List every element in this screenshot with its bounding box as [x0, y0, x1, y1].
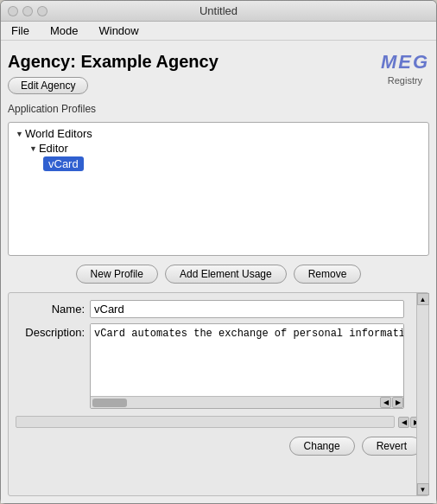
- main-content: Agency: Example Agency Edit Agency MEG R…: [1, 41, 436, 503]
- scroll-up-arrow[interactable]: ▲: [417, 293, 429, 305]
- panel-scrollbar[interactable]: ▲ ▼: [416, 293, 428, 495]
- description-wrapper: ◀ ▶: [90, 323, 404, 409]
- close-button[interactable]: [8, 6, 18, 16]
- menu-file[interactable]: File: [8, 24, 33, 37]
- profile-buttons-row: New Profile Add Element Usage Remove: [8, 261, 429, 287]
- menu-mode[interactable]: Mode: [47, 24, 82, 37]
- new-profile-button[interactable]: New Profile: [76, 265, 158, 284]
- change-button[interactable]: Change: [289, 437, 355, 456]
- desc-scroll-left[interactable]: ◀: [380, 397, 391, 408]
- name-input[interactable]: [90, 300, 404, 318]
- menu-window[interactable]: Window: [95, 24, 142, 37]
- main-window: Untitled File Mode Window Agency: Exampl…: [0, 0, 437, 504]
- tree-item-vcard[interactable]: vCard: [12, 156, 425, 172]
- traffic-lights: [8, 6, 48, 16]
- meg-logo: MEG: [381, 51, 429, 73]
- menu-bar: File Mode Window: [1, 22, 436, 41]
- description-field-row: Description: ◀ ▶: [16, 323, 421, 409]
- maximize-button[interactable]: [37, 6, 48, 16]
- scroll-down-arrow[interactable]: ▼: [417, 483, 429, 495]
- agency-left: Agency: Example Agency Edit Agency: [8, 51, 218, 94]
- tree-label-world-editors: World Editors: [25, 127, 92, 140]
- expand-icon-editor[interactable]: ▼: [29, 144, 37, 153]
- description-container: ◀ ▶: [90, 323, 404, 409]
- remove-button[interactable]: Remove: [294, 265, 362, 284]
- detail-panel: ▲ ▼ Name: Description:: [8, 292, 429, 496]
- scroll-track: [417, 305, 428, 483]
- expand-icon[interactable]: ▼: [16, 130, 23, 138]
- agency-header: Agency: Example Agency Edit Agency MEG R…: [8, 48, 429, 98]
- meg-registry-panel: MEG Registry: [381, 51, 429, 86]
- minimize-button[interactable]: [22, 6, 33, 16]
- bottom-scroll-left[interactable]: ◀: [398, 417, 409, 428]
- desc-scroll-track: [91, 397, 380, 408]
- profiles-tree: ▼ World Editors ▼ Editor vCard: [8, 122, 429, 256]
- tree-item-editor[interactable]: ▼ Editor: [12, 141, 425, 156]
- bottom-scroll-row: ◀ ▶: [16, 416, 421, 428]
- window-title: Untitled: [200, 4, 238, 17]
- revert-button[interactable]: Revert: [362, 437, 421, 456]
- desc-scroll-right[interactable]: ▶: [392, 397, 403, 408]
- add-element-usage-button[interactable]: Add Element Usage: [165, 265, 287, 284]
- tree-item-world-editors[interactable]: ▼ World Editors: [12, 126, 425, 141]
- edit-agency-button[interactable]: Edit Agency: [8, 77, 88, 94]
- title-bar: Untitled: [1, 1, 436, 22]
- meg-registry-label: Registry: [381, 75, 429, 86]
- bottom-buttons-row: Change Revert: [16, 433, 421, 457]
- description-textarea[interactable]: [91, 324, 403, 393]
- description-label: Description:: [16, 323, 85, 339]
- desc-scroll-thumb[interactable]: [92, 399, 127, 407]
- bottom-scroll-track[interactable]: [16, 416, 395, 428]
- desc-scroll-arrows: ◀ ▶: [380, 397, 403, 408]
- tree-label-vcard[interactable]: vCard: [43, 156, 84, 171]
- desc-horizontal-scrollbar[interactable]: ◀ ▶: [91, 396, 403, 408]
- name-field-row: Name:: [16, 300, 421, 318]
- name-label: Name:: [16, 303, 85, 316]
- profiles-section-label: Application Profiles: [8, 103, 429, 115]
- tree-label-editor: Editor: [39, 142, 68, 155]
- agency-title: Agency: Example Agency: [8, 51, 218, 72]
